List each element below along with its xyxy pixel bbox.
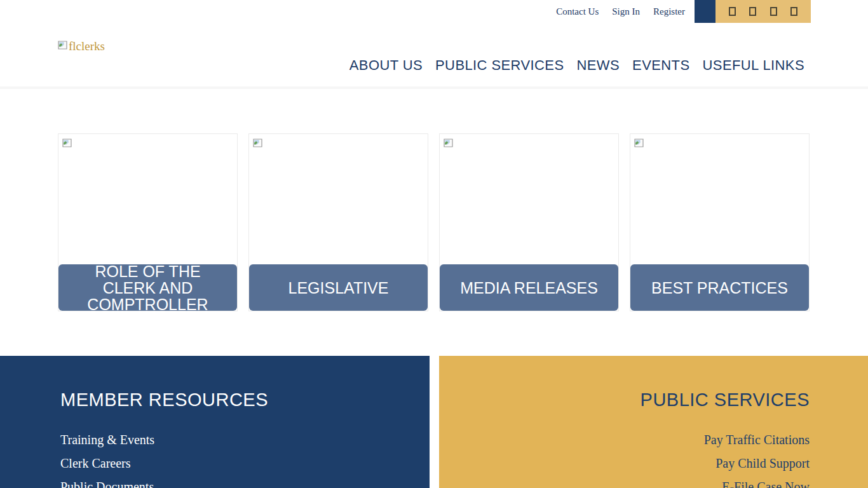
sign-in-link[interactable]: Sign In bbox=[612, 6, 640, 17]
broken-image-icon bbox=[634, 138, 644, 148]
social-icon-3-missing-glyph[interactable] bbox=[770, 7, 777, 16]
utility-links: Contact Us Sign In Register bbox=[556, 0, 685, 23]
member-resources-links: Training & Events Clerk Careers Public D… bbox=[60, 428, 430, 488]
card-label: LEGISLATIVE bbox=[288, 280, 389, 296]
public-services-panel: PUBLIC SERVICES Pay Traffic Citations Pa… bbox=[439, 356, 868, 488]
broken-image-icon bbox=[58, 40, 68, 50]
contact-us-link[interactable]: Contact Us bbox=[556, 6, 599, 17]
social-icon-4-missing-glyph[interactable] bbox=[790, 7, 797, 16]
site-logo[interactable]: flclerks bbox=[58, 39, 105, 53]
link-public-documents[interactable]: Public Documents bbox=[60, 480, 154, 488]
nav-useful-links[interactable]: USEFUL LINKS bbox=[703, 57, 804, 73]
footer-panels: MEMBER RESOURCES Training & Events Clerk… bbox=[0, 356, 868, 488]
link-pay-child-support[interactable]: Pay Child Support bbox=[715, 456, 810, 470]
card-role-of-the-clerk[interactable]: ROLE OF THE CLERK AND COMPTROLLER bbox=[58, 133, 238, 311]
nav-news[interactable]: NEWS bbox=[576, 57, 620, 73]
card-legislative[interactable]: LEGISLATIVE bbox=[248, 133, 428, 311]
card-label-band[interactable]: LEGISLATIVE bbox=[249, 264, 428, 311]
feature-cards: ROLE OF THE CLERK AND COMPTROLLER LEGISL… bbox=[58, 133, 868, 311]
main-nav: ABOUT US PUBLIC SERVICES NEWS EVENTS USE… bbox=[349, 57, 804, 74]
link-pay-traffic-citations[interactable]: Pay Traffic Citations bbox=[704, 433, 810, 447]
nav-public-services[interactable]: PUBLIC SERVICES bbox=[435, 57, 564, 73]
public-services-links: Pay Traffic Citations Pay Child Support … bbox=[439, 428, 810, 488]
broken-image-icon bbox=[444, 138, 454, 148]
social-icon-1-missing-glyph[interactable] bbox=[729, 7, 736, 16]
card-best-practices[interactable]: BEST PRACTICES bbox=[630, 133, 810, 311]
card-label: MEDIA RELEASES bbox=[460, 280, 598, 296]
member-resources-title: MEMBER RESOURCES bbox=[60, 391, 430, 409]
register-link[interactable]: Register bbox=[653, 6, 685, 17]
broken-image-icon bbox=[62, 138, 72, 148]
card-label: ROLE OF THE CLERK AND COMPTROLLER bbox=[67, 264, 228, 311]
link-clerk-careers[interactable]: Clerk Careers bbox=[60, 456, 131, 470]
broken-image-icon bbox=[253, 138, 263, 148]
member-resources-panel: MEMBER RESOURCES Training & Events Clerk… bbox=[0, 356, 430, 488]
card-label-band[interactable]: MEDIA RELEASES bbox=[440, 264, 618, 311]
social-icons-bar bbox=[715, 0, 811, 23]
public-services-title: PUBLIC SERVICES bbox=[439, 391, 810, 409]
nav-events[interactable]: EVENTS bbox=[632, 57, 689, 73]
search-button[interactable] bbox=[695, 0, 715, 23]
top-utility-bar: Contact Us Sign In Register bbox=[0, 0, 868, 23]
card-label-band[interactable]: BEST PRACTICES bbox=[630, 264, 809, 311]
nav-about-us[interactable]: ABOUT US bbox=[349, 57, 423, 73]
link-efile-case-now[interactable]: E-File Case Now bbox=[722, 480, 810, 488]
link-training-events[interactable]: Training & Events bbox=[60, 433, 154, 447]
card-media-releases[interactable]: MEDIA RELEASES bbox=[439, 133, 619, 311]
card-label-band[interactable]: ROLE OF THE CLERK AND COMPTROLLER bbox=[58, 264, 237, 311]
logo-alt-text: flclerks bbox=[69, 39, 105, 53]
site-header: flclerks ABOUT US PUBLIC SERVICES NEWS E… bbox=[0, 23, 868, 89]
card-label: BEST PRACTICES bbox=[651, 280, 788, 296]
social-icon-2-missing-glyph[interactable] bbox=[749, 7, 756, 16]
